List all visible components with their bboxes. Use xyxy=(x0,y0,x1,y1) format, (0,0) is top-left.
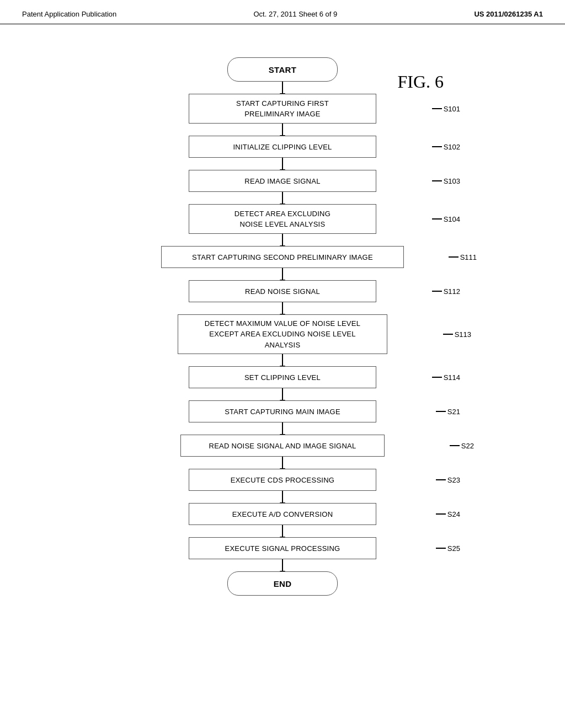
row-s111: START CAPTURING SECOND PRELIMINARY IMAGE… xyxy=(33,246,532,268)
step-label-s103: S103 xyxy=(432,177,460,185)
step-label-s25: S25 xyxy=(436,544,460,553)
node-s112: READ NOISE SIGNAL xyxy=(189,280,376,302)
node-s113: DETECT MAXIMUM VALUE OF NOISE LEVEL EXCE… xyxy=(178,314,387,354)
row-s113: DETECT MAXIMUM VALUE OF NOISE LEVEL EXCE… xyxy=(33,314,532,354)
arrow-3 xyxy=(282,192,283,204)
row-start: START xyxy=(33,57,532,82)
row-s104: DETECT AREA EXCLUDING NOISE LEVEL ANALYS… xyxy=(33,204,532,234)
arrow-4 xyxy=(282,234,283,246)
row-s103: READ IMAGE SIGNAL S103 xyxy=(33,170,532,192)
row-end: END xyxy=(33,571,532,596)
step-label-s114: S114 xyxy=(432,373,460,382)
arrow-6 xyxy=(282,302,283,314)
row-s22: READ NOISE SIGNAL AND IMAGE SIGNAL S22 xyxy=(33,435,532,457)
step-label-s23: S23 xyxy=(436,476,460,484)
arrow-2 xyxy=(282,158,283,170)
arrow-11 xyxy=(282,491,283,503)
node-s22: READ NOISE SIGNAL AND IMAGE SIGNAL xyxy=(180,435,385,457)
arrow-12 xyxy=(282,525,283,537)
row-s101: START CAPTURING FIRST PRELIMINARY IMAGE … xyxy=(33,94,532,124)
header-publication-type: Patent Application Publication xyxy=(22,10,116,18)
arrow-10 xyxy=(282,457,283,469)
node-start: START xyxy=(227,57,338,82)
step-label-s21: S21 xyxy=(436,408,460,416)
node-s101: START CAPTURING FIRST PRELIMINARY IMAGE xyxy=(189,94,376,124)
header-patent-number: US 2011/0261235 A1 xyxy=(474,10,543,18)
row-s114: SET CLIPPING LEVEL S114 xyxy=(33,366,532,388)
arrow-13 xyxy=(282,559,283,571)
page-header: Patent Application Publication Oct. 27, … xyxy=(0,0,565,24)
arrow-8 xyxy=(282,388,283,400)
arrow-9 xyxy=(282,422,283,435)
step-label-s102: S102 xyxy=(432,143,460,151)
node-end: END xyxy=(227,571,338,596)
row-s23: EXECUTE CDS PROCESSING S23 xyxy=(33,469,532,491)
arrow-1 xyxy=(282,124,283,136)
main-content: START START CAPTURING FIRST PRELIMINARY … xyxy=(0,24,565,612)
row-s102: INITIALIZE CLIPPING LEVEL S102 xyxy=(33,136,532,158)
header-date-sheet: Oct. 27, 2011 Sheet 6 of 9 xyxy=(253,10,337,18)
node-s21: START CAPTURING MAIN IMAGE xyxy=(189,400,376,422)
node-s111: START CAPTURING SECOND PRELIMINARY IMAGE xyxy=(161,246,404,268)
step-label-s22: S22 xyxy=(450,442,474,450)
arrow-5 xyxy=(282,268,283,280)
row-s25: EXECUTE SIGNAL PROCESSING S25 xyxy=(33,537,532,559)
node-s103: READ IMAGE SIGNAL xyxy=(189,170,376,192)
step-label-s111: S111 xyxy=(449,253,477,261)
flowchart: START START CAPTURING FIRST PRELIMINARY … xyxy=(33,57,532,596)
step-label-s24: S24 xyxy=(436,510,460,518)
step-label-s101: S101 xyxy=(432,105,460,113)
arrow-7 xyxy=(282,354,283,366)
arrow-0 xyxy=(282,82,283,94)
node-s24: EXECUTE A/D CONVERSION xyxy=(189,503,376,525)
row-s21: START CAPTURING MAIN IMAGE S21 xyxy=(33,400,532,422)
node-s25: EXECUTE SIGNAL PROCESSING xyxy=(189,537,376,559)
row-s24: EXECUTE A/D CONVERSION S24 xyxy=(33,503,532,525)
node-s23: EXECUTE CDS PROCESSING xyxy=(189,469,376,491)
node-s102: INITIALIZE CLIPPING LEVEL xyxy=(189,136,376,158)
row-s112: READ NOISE SIGNAL S112 xyxy=(33,280,532,302)
node-s104: DETECT AREA EXCLUDING NOISE LEVEL ANALYS… xyxy=(189,204,376,234)
step-label-s113: S113 xyxy=(443,330,471,339)
step-label-s112: S112 xyxy=(432,287,460,296)
step-label-s104: S104 xyxy=(432,215,460,223)
node-s114: SET CLIPPING LEVEL xyxy=(189,366,376,388)
